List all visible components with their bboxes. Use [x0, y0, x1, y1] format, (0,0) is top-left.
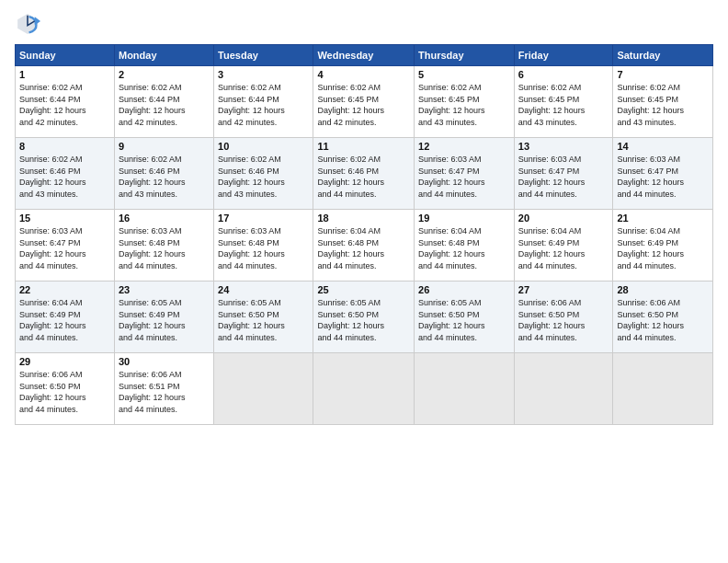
- day-info: Sunrise: 6:02 AM Sunset: 6:44 PM Dayligh…: [19, 82, 110, 128]
- day-info: Sunrise: 6:03 AM Sunset: 6:48 PM Dayligh…: [119, 225, 210, 271]
- day-number: 24: [218, 284, 309, 295]
- day-number: 9: [119, 141, 210, 152]
- day-number: 16: [119, 213, 210, 224]
- calendar-cell: 3Sunrise: 6:02 AM Sunset: 6:44 PM Daylig…: [214, 66, 313, 138]
- calendar-table: SundayMondayTuesdayWednesdayThursdayFrid…: [15, 44, 713, 425]
- day-info: Sunrise: 6:02 AM Sunset: 6:45 PM Dayligh…: [617, 82, 709, 128]
- day-number: 10: [218, 141, 309, 152]
- calendar-cell: 21Sunrise: 6:04 AM Sunset: 6:49 PM Dayli…: [613, 210, 713, 282]
- column-header-tuesday: Tuesday: [214, 45, 313, 66]
- day-info: Sunrise: 6:02 AM Sunset: 6:45 PM Dayligh…: [518, 82, 609, 128]
- week-row-4: 22Sunrise: 6:04 AM Sunset: 6:49 PM Dayli…: [16, 282, 713, 353]
- day-number: 6: [518, 69, 609, 80]
- day-info: Sunrise: 6:02 AM Sunset: 6:44 PM Dayligh…: [119, 82, 210, 128]
- day-number: 11: [317, 141, 410, 152]
- day-number: 29: [19, 356, 110, 367]
- day-info: Sunrise: 6:05 AM Sunset: 6:50 PM Dayligh…: [218, 297, 309, 343]
- day-number: 26: [418, 284, 510, 295]
- calendar-cell: 25Sunrise: 6:05 AM Sunset: 6:50 PM Dayli…: [313, 282, 415, 353]
- day-number: 21: [617, 213, 709, 224]
- day-info: Sunrise: 6:06 AM Sunset: 6:50 PM Dayligh…: [617, 297, 709, 343]
- day-number: 2: [119, 69, 210, 80]
- column-header-monday: Monday: [114, 45, 213, 66]
- day-info: Sunrise: 6:02 AM Sunset: 6:45 PM Dayligh…: [418, 82, 510, 128]
- calendar-cell: 5Sunrise: 6:02 AM Sunset: 6:45 PM Daylig…: [415, 66, 515, 138]
- day-info: Sunrise: 6:03 AM Sunset: 6:47 PM Dayligh…: [518, 154, 609, 200]
- week-row-3: 15Sunrise: 6:03 AM Sunset: 6:47 PM Dayli…: [16, 210, 713, 282]
- calendar-cell: 6Sunrise: 6:02 AM Sunset: 6:45 PM Daylig…: [514, 66, 613, 138]
- day-number: 23: [119, 284, 210, 295]
- day-number: 30: [119, 356, 210, 367]
- day-info: Sunrise: 6:02 AM Sunset: 6:45 PM Dayligh…: [317, 82, 410, 128]
- day-info: Sunrise: 6:03 AM Sunset: 6:47 PM Dayligh…: [418, 154, 510, 200]
- calendar-cell: 20Sunrise: 6:04 AM Sunset: 6:49 PM Dayli…: [514, 210, 613, 282]
- day-number: 17: [218, 213, 309, 224]
- calendar-cell: 4Sunrise: 6:02 AM Sunset: 6:45 PM Daylig…: [313, 66, 415, 138]
- day-info: Sunrise: 6:02 AM Sunset: 6:44 PM Dayligh…: [218, 82, 309, 128]
- day-info: Sunrise: 6:02 AM Sunset: 6:46 PM Dayligh…: [317, 154, 410, 200]
- day-info: Sunrise: 6:05 AM Sunset: 6:49 PM Dayligh…: [119, 297, 210, 343]
- calendar-cell: 22Sunrise: 6:04 AM Sunset: 6:49 PM Dayli…: [16, 282, 115, 353]
- calendar-cell: 1Sunrise: 6:02 AM Sunset: 6:44 PM Daylig…: [16, 66, 115, 138]
- calendar-cell: 28Sunrise: 6:06 AM Sunset: 6:50 PM Dayli…: [613, 282, 713, 353]
- day-number: 27: [518, 284, 609, 295]
- day-number: 12: [418, 141, 510, 152]
- day-number: 5: [418, 69, 510, 80]
- day-number: 8: [19, 141, 110, 152]
- logo-icon: [15, 11, 40, 37]
- calendar-cell: [214, 353, 313, 425]
- calendar-cell: 14Sunrise: 6:03 AM Sunset: 6:47 PM Dayli…: [613, 138, 713, 210]
- day-number: 13: [518, 141, 609, 152]
- day-number: 28: [617, 284, 709, 295]
- calendar-cell: 2Sunrise: 6:02 AM Sunset: 6:44 PM Daylig…: [114, 66, 213, 138]
- day-info: Sunrise: 6:06 AM Sunset: 6:50 PM Dayligh…: [518, 297, 609, 343]
- column-header-friday: Friday: [514, 45, 613, 66]
- column-header-thursday: Thursday: [415, 45, 515, 66]
- day-info: Sunrise: 6:04 AM Sunset: 6:48 PM Dayligh…: [317, 225, 410, 271]
- calendar-header-row: SundayMondayTuesdayWednesdayThursdayFrid…: [16, 45, 713, 66]
- calendar-page: SundayMondayTuesdayWednesdayThursdayFrid…: [0, 0, 728, 563]
- calendar-cell: 8Sunrise: 6:02 AM Sunset: 6:46 PM Daylig…: [16, 138, 115, 210]
- calendar-cell: 26Sunrise: 6:05 AM Sunset: 6:50 PM Dayli…: [415, 282, 515, 353]
- calendar-cell: 7Sunrise: 6:02 AM Sunset: 6:45 PM Daylig…: [613, 66, 713, 138]
- day-info: Sunrise: 6:06 AM Sunset: 6:50 PM Dayligh…: [19, 369, 110, 415]
- calendar-cell: 16Sunrise: 6:03 AM Sunset: 6:48 PM Dayli…: [114, 210, 213, 282]
- day-number: 1: [19, 69, 110, 80]
- day-info: Sunrise: 6:02 AM Sunset: 6:46 PM Dayligh…: [119, 154, 210, 200]
- day-number: 15: [19, 213, 110, 224]
- calendar-cell: 15Sunrise: 6:03 AM Sunset: 6:47 PM Dayli…: [16, 210, 115, 282]
- day-info: Sunrise: 6:05 AM Sunset: 6:50 PM Dayligh…: [317, 297, 410, 343]
- day-number: 4: [317, 69, 410, 80]
- day-info: Sunrise: 6:03 AM Sunset: 6:48 PM Dayligh…: [218, 225, 309, 271]
- calendar-cell: 24Sunrise: 6:05 AM Sunset: 6:50 PM Dayli…: [214, 282, 313, 353]
- day-number: 3: [218, 69, 309, 80]
- logo: [15, 11, 44, 37]
- week-row-1: 1Sunrise: 6:02 AM Sunset: 6:44 PM Daylig…: [16, 66, 713, 138]
- day-number: 7: [617, 69, 709, 80]
- calendar-cell: 29Sunrise: 6:06 AM Sunset: 6:50 PM Dayli…: [16, 353, 115, 425]
- week-row-2: 8Sunrise: 6:02 AM Sunset: 6:46 PM Daylig…: [16, 138, 713, 210]
- day-number: 25: [317, 284, 410, 295]
- calendar-cell: 27Sunrise: 6:06 AM Sunset: 6:50 PM Dayli…: [514, 282, 613, 353]
- column-header-saturday: Saturday: [613, 45, 713, 66]
- day-number: 19: [418, 213, 510, 224]
- day-number: 20: [518, 213, 609, 224]
- calendar-cell: 17Sunrise: 6:03 AM Sunset: 6:48 PM Dayli…: [214, 210, 313, 282]
- calendar-cell: [313, 353, 415, 425]
- calendar-cell: 23Sunrise: 6:05 AM Sunset: 6:49 PM Dayli…: [114, 282, 213, 353]
- header: [15, 11, 713, 37]
- calendar-cell: 11Sunrise: 6:02 AM Sunset: 6:46 PM Dayli…: [313, 138, 415, 210]
- day-info: Sunrise: 6:02 AM Sunset: 6:46 PM Dayligh…: [19, 154, 110, 200]
- day-info: Sunrise: 6:06 AM Sunset: 6:51 PM Dayligh…: [119, 369, 210, 415]
- calendar-cell: [613, 353, 713, 425]
- day-info: Sunrise: 6:04 AM Sunset: 6:49 PM Dayligh…: [19, 297, 110, 343]
- day-info: Sunrise: 6:04 AM Sunset: 6:48 PM Dayligh…: [418, 225, 510, 271]
- day-info: Sunrise: 6:03 AM Sunset: 6:47 PM Dayligh…: [19, 225, 110, 271]
- calendar-cell: [415, 353, 515, 425]
- column-header-wednesday: Wednesday: [313, 45, 415, 66]
- day-info: Sunrise: 6:04 AM Sunset: 6:49 PM Dayligh…: [518, 225, 609, 271]
- column-header-sunday: Sunday: [16, 45, 115, 66]
- calendar-cell: 9Sunrise: 6:02 AM Sunset: 6:46 PM Daylig…: [114, 138, 213, 210]
- day-info: Sunrise: 6:03 AM Sunset: 6:47 PM Dayligh…: [617, 154, 709, 200]
- calendar-cell: 12Sunrise: 6:03 AM Sunset: 6:47 PM Dayli…: [415, 138, 515, 210]
